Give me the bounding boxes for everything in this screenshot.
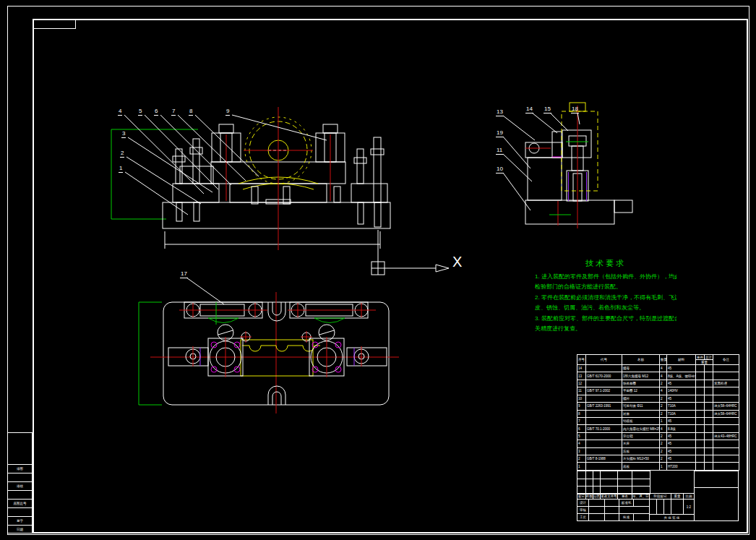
parts-list-cell-code	[586, 395, 622, 402]
parts-list-row: 7钻模板145	[577, 417, 739, 424]
parts-list-row: 1底板1HT200	[577, 463, 739, 471]
dimension-text-blob	[572, 137, 582, 140]
col-name: 名称	[622, 355, 660, 365]
view-direction-label: X	[452, 254, 462, 269]
parts-list-cell-remark: 淬火58~64HRC	[713, 403, 739, 410]
approve-sign-cell[interactable]	[633, 513, 650, 521]
parts-list-cell-seq: 9	[577, 403, 586, 410]
parts-list-header: 序号 代号 名称 数量 材料 单件 总计 备注 重量	[577, 355, 739, 365]
parts-list-cell-material: 45	[667, 395, 696, 402]
parts-list-cell-name: 螺母	[622, 365, 660, 372]
parts-list-cell-unit	[696, 372, 705, 380]
parts-list-cell-code: GB/T 6170-2000	[586, 372, 622, 380]
parts-list-cell-qty: 2	[660, 447, 667, 455]
parts-list-cell-seq: 8	[577, 410, 586, 417]
tech-req-line: 1. 进入装配的零件及部件（包括外购件、外协件），均必须具有	[535, 272, 676, 282]
callout-15: 15	[544, 106, 551, 113]
parts-list-cell-remark	[713, 417, 739, 424]
col-unit-weight: 单件	[696, 355, 705, 360]
parts-list-row: 3压板245	[577, 447, 739, 455]
parts-list-row: 10螺杆245	[577, 395, 739, 402]
parts-list-cell-total	[705, 447, 713, 455]
col-code: 代号	[586, 355, 622, 365]
parts-list-cell-unit	[696, 403, 705, 410]
parts-list-cell-qty: 4	[660, 365, 667, 372]
callout-14: 14	[525, 106, 533, 113]
process-date-cell[interactable]	[604, 513, 619, 521]
parts-list-row: 8衬套2T10A淬火58~64HRC	[577, 410, 739, 417]
parts-list-cell-qty: 2	[660, 455, 667, 463]
callout-18: 18	[571, 106, 579, 113]
parts-list-cell-name: 平垫圈 12	[622, 387, 660, 395]
parts-list-cell-name: 快换垫圈	[622, 380, 660, 387]
parts-list-cell-total	[705, 387, 713, 395]
tech-req-line: 2. 零件在装配前必须清理和清洗干净，不得有毛刺、飞边、氧化	[535, 293, 676, 303]
parts-list-cell-material: 8级、A级、镀锌钝化	[667, 372, 696, 380]
parts-list-cell-total	[705, 440, 713, 447]
parts-list-cell-remark	[713, 455, 739, 463]
dimension-text-blob	[106, 173, 111, 179]
parts-list-cell-total	[705, 463, 713, 471]
parts-list-cell-qty: 2	[660, 380, 667, 387]
parts-list-cell-seq: 3	[577, 447, 586, 455]
parts-list-cell-unit	[696, 387, 705, 395]
parts-list-cell-material: 45	[667, 447, 696, 455]
side-view	[503, 103, 632, 228]
parts-list-cell-seq: 1	[577, 463, 586, 471]
callout-13: 13	[496, 109, 504, 116]
sheet-note-cell: 共 张 第 张	[649, 514, 695, 521]
parts-list-cell-total	[705, 403, 713, 410]
parts-list-cell-code	[586, 432, 622, 440]
parts-list-cell-qty: 1	[660, 463, 667, 471]
margin-strip-row: 日期	[7, 525, 33, 533]
parts-list-cell-unit	[696, 395, 705, 402]
parts-list-cell-unit	[696, 440, 705, 447]
weight-value-cell[interactable]	[671, 499, 684, 515]
process-sign-cell[interactable]	[588, 513, 605, 521]
parts-list-cell-qty: 1	[660, 417, 667, 424]
parts-list-cell-total	[705, 365, 713, 372]
parts-list-row: 14螺母445	[577, 365, 739, 372]
col-remark: 备注	[713, 355, 739, 365]
cad-drawing-sheet: 4 5 6 7 8 9 3 2 1 14 15 18 13 19 11 10 1…	[0, 0, 756, 540]
parts-list-cell-remark: 淬火58~64HRC	[713, 410, 739, 417]
front-view	[106, 107, 390, 262]
parts-list-cell-total	[705, 380, 713, 387]
parts-list-cell-remark	[713, 463, 739, 471]
parts-list-row: 4支座245	[577, 440, 739, 447]
parts-list-cell-seq: 10	[577, 395, 586, 402]
parts-list-cell-qty: 4	[660, 372, 667, 380]
parts-list-cell-unit	[696, 432, 705, 440]
parts-list-cell-code	[586, 410, 622, 417]
parts-list-cell-name: 定位销	[622, 432, 660, 440]
parts-list-cell-name: 可换钻套 Φ11	[622, 403, 660, 410]
parts-list-cell-code	[586, 447, 622, 455]
parts-list-cell-total	[705, 417, 713, 424]
parts-list-cell-remark	[713, 387, 739, 395]
callout-4: 4	[118, 108, 122, 116]
drawing-name-box[interactable]	[694, 487, 739, 521]
parts-list-cell-material: 45	[667, 417, 696, 424]
parts-list-cell-code	[586, 365, 622, 372]
col-material: 材料	[667, 355, 696, 365]
parts-list-row: 13GB/T 6170-20001型六角螺母 M1248级、A级、镀锌钝化	[577, 372, 739, 380]
parts-list-cell-seq: 11	[577, 387, 586, 395]
tech-req-line: 3. 装配前应对零、部件的主要配合尺寸，特别是过渡配合尺寸及相	[535, 314, 676, 324]
parts-list-cell-code	[586, 380, 622, 387]
scale-value-cell[interactable]: 1:2	[683, 499, 695, 515]
parts-list-cell-seq: 13	[577, 372, 586, 380]
parts-list-cell-total	[705, 455, 713, 463]
parts-list-cell-unit	[696, 417, 705, 424]
parts-list-cell-name: 衬套	[622, 410, 660, 417]
parts-list-cell-unit	[696, 380, 705, 387]
col-total-weight: 总计	[705, 355, 713, 360]
parts-list-cell-material: 8.8级	[667, 425, 696, 432]
parts-list-cell-seq: 7	[577, 417, 586, 424]
parts-list-cell-code: GB/T 8-1988	[586, 455, 622, 463]
drawing-number-box[interactable]	[694, 471, 739, 488]
parts-list-cell-remark: 淬火43~48HRC	[713, 432, 739, 440]
parts-list-cell-remark	[713, 372, 739, 380]
parts-list-cell-qty: 2	[660, 410, 667, 417]
parts-list-row: 6GB/T 70.1-2000内六角圆柱头螺钉 M8×2548.8级	[577, 425, 739, 432]
parts-list-cell-code: GB/T 70.1-2000	[586, 425, 622, 432]
